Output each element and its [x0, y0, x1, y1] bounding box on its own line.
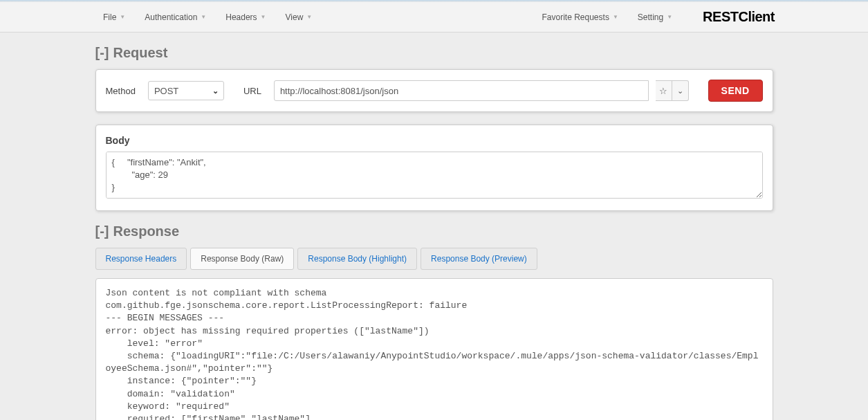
url-input[interactable]: [274, 80, 649, 101]
request-panel: Method ⌄ URL ☆ ⌄ SEND: [95, 69, 773, 112]
body-panel: Body: [95, 125, 773, 211]
chevron-down-icon: ⌄: [677, 86, 683, 95]
tab-response-headers[interactable]: Response Headers: [95, 248, 187, 270]
menu-favorite-requests[interactable]: Favorite Requests▼: [533, 12, 628, 22]
brand-logo: RESTClient: [703, 9, 775, 25]
menu-authentication[interactable]: Authentication▼: [135, 12, 216, 22]
chevron-down-icon: ▼: [667, 14, 672, 20]
chevron-down-icon: ▼: [120, 14, 125, 20]
send-button[interactable]: SEND: [708, 80, 763, 102]
favorite-button[interactable]: ☆: [656, 80, 672, 101]
url-label: URL: [243, 86, 267, 96]
response-title-text: Response: [113, 223, 179, 239]
menubar: File▼ Authentication▼ Headers▼ View▼ Fav…: [0, 2, 868, 33]
chevron-down-icon: ▼: [201, 14, 206, 20]
menu-headers[interactable]: Headers▼: [216, 12, 275, 22]
tab-response-body-raw[interactable]: Response Body (Raw): [190, 248, 294, 270]
body-label: Body: [106, 135, 763, 146]
request-title-text: Request: [113, 45, 167, 61]
response-section-title: [-] Response: [95, 223, 773, 239]
request-section-title: [-] Request: [95, 45, 773, 61]
menu-file[interactable]: File▼: [93, 12, 135, 22]
response-body-content: Json content is not compliant with schem…: [95, 278, 773, 420]
menu-label: Setting: [638, 12, 663, 22]
chevron-down-icon: ▼: [306, 14, 312, 20]
url-dropdown-button[interactable]: ⌄: [672, 80, 689, 101]
chevron-down-icon: ▼: [613, 14, 618, 20]
method-select[interactable]: [148, 81, 224, 100]
response-tabs: Response Headers Response Body (Raw) Res…: [95, 248, 773, 270]
chevron-down-icon: ▼: [261, 14, 266, 20]
method-label: Method: [106, 86, 141, 96]
tab-response-body-highlight[interactable]: Response Body (Highlight): [297, 248, 417, 270]
tab-response-body-preview[interactable]: Response Body (Preview): [421, 248, 537, 270]
request-collapse-toggle[interactable]: [-]: [95, 45, 109, 61]
menu-label: Favorite Requests: [542, 12, 609, 22]
menu-right: Favorite Requests▼ Setting▼ RESTClient: [533, 9, 775, 25]
menu-setting[interactable]: Setting▼: [628, 12, 682, 22]
menu-label: Headers: [225, 12, 257, 22]
menu-label: Authentication: [145, 12, 197, 22]
star-icon: ☆: [659, 86, 667, 96]
request-body-textarea[interactable]: [106, 152, 763, 199]
menu-label: File: [103, 12, 116, 22]
menu-label: View: [286, 12, 304, 22]
menu-view[interactable]: View▼: [276, 12, 322, 22]
response-collapse-toggle[interactable]: [-]: [95, 223, 109, 239]
menu-left: File▼ Authentication▼ Headers▼ View▼: [93, 12, 322, 22]
